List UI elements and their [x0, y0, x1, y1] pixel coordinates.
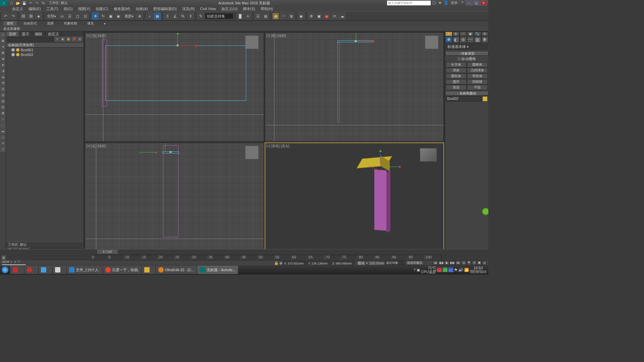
- select-name-btn[interactable]: ☰: [66, 13, 73, 19]
- vbtn-5[interactable]: ◉: [0, 56, 6, 62]
- vbtn-12[interactable]: ▧: [0, 99, 6, 104]
- angle-snap-btn[interactable]: ∡: [172, 13, 178, 19]
- menu-render[interactable]: 渲染(R): [180, 6, 197, 11]
- rollout-objtype[interactable]: 对象类型: [445, 51, 488, 56]
- cp-hier-icon[interactable]: ⊞: [452, 32, 460, 36]
- task-item-active[interactable]: 无标题 - Autode...: [198, 266, 238, 274]
- selection-filter[interactable]: 全部 ▾: [45, 13, 58, 19]
- menu-views[interactable]: 视图(V): [76, 6, 93, 11]
- minimize-button[interactable]: ─: [466, 1, 472, 5]
- se-pin-icon[interactable]: 📌: [72, 37, 76, 42]
- se-tab-edit[interactable]: 编辑: [32, 32, 45, 36]
- cp-display-icon[interactable]: ▣: [467, 32, 474, 36]
- tray-device-icon[interactable]: ▣: [417, 268, 420, 272]
- category-dropdown[interactable]: 标准基本体 ▾: [446, 44, 488, 50]
- trackbar-cfg-icon[interactable]: ▦: [1, 255, 6, 260]
- utilities-tab[interactable]: ✱: [481, 36, 489, 43]
- vbtn-16[interactable]: ▫: [0, 123, 6, 128]
- motion-tab[interactable]: 〰: [467, 36, 474, 43]
- percent-snap-btn[interactable]: %: [179, 13, 186, 19]
- close-button[interactable]: ✕: [480, 1, 487, 5]
- se-search[interactable]: [7, 37, 54, 42]
- ribbon-pin-icon[interactable]: ▾: [104, 22, 106, 25]
- time-slider[interactable]: 0 / 100: [97, 250, 117, 254]
- se-close-icon[interactable]: ✕: [55, 37, 59, 42]
- open-icon[interactable]: 📂: [15, 1, 20, 5]
- vbtn-2[interactable]: ▣: [0, 38, 6, 44]
- app-logo[interactable]: 3: [0, 0, 7, 6]
- viewport-label[interactable]: [+] [前] [线框]: [267, 34, 286, 38]
- cp-util-icon[interactable]: 🔧: [474, 32, 481, 36]
- prim-tube[interactable]: 管状体: [467, 73, 488, 79]
- help-icon[interactable]: ?: [460, 1, 465, 5]
- create-tab[interactable]: ✹: [445, 36, 452, 43]
- autogrid-checkbox[interactable]: ☐ 自动栅格: [445, 56, 488, 61]
- render-online-btn[interactable]: ☁: [339, 13, 345, 19]
- menu-modifiers[interactable]: 修改器(M): [112, 6, 132, 11]
- modify-tab[interactable]: ◐: [452, 36, 460, 43]
- move-btn[interactable]: ✥: [92, 13, 99, 19]
- tray-icon[interactable]: [443, 267, 447, 272]
- cp-util2-icon[interactable]: ⚙: [481, 32, 489, 36]
- prim-torus[interactable]: 圆环: [446, 79, 467, 84]
- scale-btn[interactable]: ▣: [107, 13, 114, 19]
- tray-flag-icon[interactable]: ⚑: [454, 268, 458, 272]
- viewport-label[interactable]: [+] [左] [线框]: [87, 144, 106, 148]
- prev-frame-btn[interactable]: ◀◀: [438, 260, 444, 265]
- vbtn-13[interactable]: ▨: [0, 105, 6, 110]
- ribbon-tab-freeform[interactable]: 自由形式: [20, 21, 40, 26]
- next-frame-btn[interactable]: ▶▶: [450, 260, 455, 265]
- vbtn-8[interactable]: ◒: [0, 74, 6, 80]
- se-tab-select[interactable]: 选择: [6, 32, 19, 36]
- menu-edit[interactable]: 编辑(E): [26, 6, 43, 11]
- redo-btn[interactable]: ↷: [10, 13, 16, 19]
- task-item[interactable]: [10, 266, 24, 274]
- prim-teapot[interactable]: 茶壶: [446, 85, 467, 90]
- ribbon-tab-populate[interactable]: 填充: [84, 21, 97, 26]
- play-btn[interactable]: ▶: [444, 260, 449, 265]
- tray-volume-icon[interactable]: 🔊: [459, 268, 463, 272]
- menu-create[interactable]: 创建(C): [94, 6, 110, 11]
- snap-3d-btn[interactable]: 3: [164, 13, 171, 19]
- placement-btn[interactable]: ◉: [115, 13, 122, 19]
- task-item[interactable]: [53, 266, 66, 274]
- vbtn-14[interactable]: ▩: [0, 111, 6, 116]
- menu-group[interactable]: 组(G): [62, 6, 75, 11]
- vbtn-19[interactable]: ▼: [0, 141, 6, 146]
- menu-animation[interactable]: 动画(A): [133, 6, 150, 11]
- se-view-icon[interactable]: ▣: [60, 37, 65, 42]
- undo-icon[interactable]: ↶: [28, 1, 33, 5]
- vbtn-18[interactable]: ▭: [0, 135, 6, 140]
- pivot-btn[interactable]: ⊕: [136, 13, 143, 19]
- cp-lighting-icon[interactable]: ☀: [445, 32, 452, 36]
- ribbon-tab-model[interactable]: 建模: [3, 21, 17, 26]
- menu-custom[interactable]: 自定义: [10, 6, 25, 11]
- color-swatch[interactable]: [482, 96, 488, 102]
- visibility-icon[interactable]: [11, 48, 15, 52]
- rotate-btn[interactable]: ↻: [100, 13, 106, 19]
- prim-geosphere[interactable]: 几何球体: [467, 68, 488, 73]
- login-link[interactable]: 登录: [451, 1, 458, 5]
- spinner-snap-btn[interactable]: ⇕: [187, 13, 194, 19]
- keyboard-shortcut-btn[interactable]: ▦: [154, 13, 161, 19]
- task-item[interactable]: 百度一下，你就.: [103, 266, 141, 274]
- se-lock-icon[interactable]: 🔒: [66, 37, 71, 42]
- freeze-icon[interactable]: [16, 48, 19, 52]
- render-iterative-btn[interactable]: ⟳: [331, 13, 338, 19]
- link-btn[interactable]: ⛓: [20, 13, 26, 19]
- prim-box[interactable]: 长方体: [446, 62, 467, 67]
- redo-icon[interactable]: ↷: [34, 1, 40, 5]
- vbtn-17[interactable]: ▬: [0, 129, 6, 134]
- task-item[interactable]: [39, 266, 52, 274]
- cp-motion-icon[interactable]: 〰: [460, 32, 467, 36]
- list-item[interactable]: Box001: [6, 48, 84, 52]
- goto-start-btn[interactable]: ⏮: [433, 260, 438, 265]
- info-icon[interactable]: ⓘ: [431, 1, 437, 5]
- ribbon-tab-select[interactable]: 选择: [44, 21, 57, 26]
- rollout-namecolor[interactable]: 名称和颜色: [445, 91, 488, 96]
- menu-script[interactable]: 脚本(S): [241, 6, 257, 11]
- layers-btn[interactable]: ☰: [255, 13, 261, 19]
- fov-btn[interactable]: ◿: [482, 260, 487, 265]
- user-icon[interactable]: 👤: [443, 1, 449, 5]
- vbtn-7[interactable]: ◑: [0, 68, 6, 74]
